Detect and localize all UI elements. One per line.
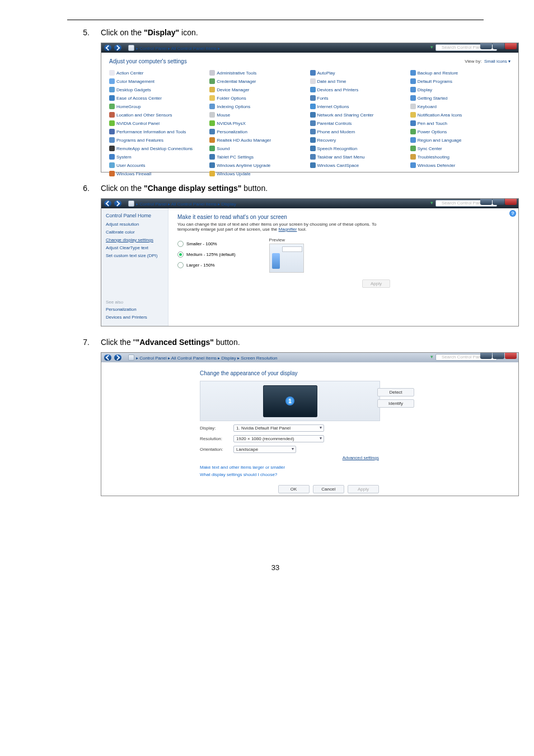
nav-back-button[interactable] (104, 45, 111, 51)
breadcrumb[interactable]: ▸ Control Panel ▸ All Control Panel Item… (128, 45, 220, 51)
control-panel-item[interactable]: Date and Time (310, 78, 410, 84)
ok-button[interactable]: OK (278, 485, 310, 493)
close-button[interactable] (505, 199, 517, 205)
control-panel-item[interactable]: Administrative Tools (209, 70, 310, 76)
nav-forward-button[interactable] (114, 354, 121, 361)
sidebar-link[interactable]: Set custom text size (DPI) (106, 253, 163, 258)
control-panel-item[interactable]: Pen and Touch (410, 120, 510, 126)
cp-item-icon (410, 70, 416, 76)
control-panel-item[interactable]: Tablet PC Settings (209, 154, 310, 160)
control-panel-item[interactable]: Getting Started (410, 95, 510, 101)
control-panel-item[interactable]: Windows CardSpace (310, 162, 410, 168)
apply-button[interactable]: Apply (362, 279, 390, 288)
cp-item-icon (109, 162, 115, 168)
control-panel-item[interactable]: Recovery (310, 137, 410, 143)
maximize-button[interactable] (493, 43, 504, 49)
control-panel-item[interactable]: Realtek HD Audio Manager (209, 137, 310, 143)
resolution-select[interactable]: 1920 × 1080 (recommended) (233, 435, 324, 442)
control-panel-item[interactable]: NVIDIA Control Panel (109, 120, 209, 126)
control-panel-item[interactable]: Indexing Options (209, 104, 310, 109)
link-which-settings[interactable]: What display settings should I choose? (200, 472, 509, 477)
control-panel-item[interactable]: Windows Defender (410, 162, 510, 168)
nav-forward-button[interactable] (114, 200, 121, 207)
control-panel-item[interactable]: NVIDIA PhysX (209, 120, 310, 126)
monitor-thumbnail[interactable]: 1 (263, 385, 317, 417)
control-panel-item[interactable]: Credential Manager (209, 78, 310, 84)
seealso-link[interactable]: Personalization (106, 307, 163, 312)
view-by[interactable]: View by: Small icons ▾ (465, 59, 510, 64)
control-panel-item[interactable]: Default Programs (410, 78, 510, 84)
display-select[interactable]: 1. Nvidia Default Flat Panel (233, 424, 324, 432)
seealso-link[interactable]: Devices and Printers (106, 315, 163, 320)
control-panel-item[interactable]: Device Manager (209, 87, 310, 92)
control-panel-item[interactable]: Color Management (109, 78, 209, 84)
control-panel-item[interactable]: Keyboard (410, 104, 510, 109)
magnifier-link[interactable]: Magnifier (279, 227, 297, 232)
apply-button[interactable]: Apply (348, 485, 379, 493)
sidebar-link[interactable]: Adjust ClearType text (106, 245, 163, 250)
minimize-button[interactable] (480, 353, 492, 359)
minimize-button[interactable] (480, 43, 492, 49)
control-panel-item[interactable]: Folder Options (209, 95, 310, 101)
control-panel-item[interactable]: Location and Other Sensors (109, 112, 209, 118)
control-panel-item[interactable]: Network and Sharing Center (310, 112, 410, 118)
sidebar-link[interactable]: Change display settings (106, 237, 163, 242)
control-panel-item[interactable]: Backup and Restore (410, 70, 510, 76)
control-panel-item[interactable]: System (109, 154, 209, 160)
advanced-settings-link[interactable]: Advanced settings (343, 455, 379, 460)
cp-item-icon (310, 78, 316, 84)
control-panel-item[interactable]: Sound (209, 146, 310, 151)
control-panel-item[interactable]: Ease of Access Center (109, 95, 209, 101)
control-panel-item[interactable]: HomeGroup (109, 104, 209, 109)
step-text: Click the ""Advanced Settings" button. (101, 338, 484, 347)
control-panel-item[interactable]: Action Center (109, 70, 209, 76)
control-panel-item[interactable]: Internet Options (310, 104, 410, 109)
size-radio[interactable]: Medium - 125% (default) (177, 251, 236, 258)
control-panel-item[interactable]: Windows Anytime Upgrade (209, 162, 310, 168)
control-panel-item[interactable]: Power Options (410, 129, 510, 134)
link-text-size[interactable]: Make text and other items larger or smal… (200, 465, 509, 470)
minimize-button[interactable] (480, 199, 492, 205)
control-panel-item[interactable]: Taskbar and Start Menu (310, 154, 410, 160)
control-panel-item[interactable]: Troubleshooting (410, 154, 510, 160)
maximize-button[interactable] (493, 199, 504, 205)
control-panel-item[interactable]: Windows Update (209, 171, 310, 176)
control-panel-item[interactable]: Notification Area Icons (410, 112, 510, 118)
control-panel-item[interactable]: Phone and Modem (310, 129, 410, 134)
control-panel-item[interactable]: Windows Firewall (109, 171, 209, 176)
nav-back-button[interactable] (104, 200, 111, 207)
close-button[interactable] (505, 43, 517, 49)
breadcrumb[interactable]: ▸ Control Panel ▸ All Control Panel Item… (128, 354, 278, 361)
control-panel-item[interactable]: Performance Information and Tools (109, 129, 209, 134)
detect-button[interactable]: Detect (377, 388, 414, 396)
control-panel-item[interactable]: Parental Controls (310, 120, 410, 126)
close-button[interactable] (505, 353, 517, 359)
control-panel-item[interactable]: Programs and Features (109, 137, 209, 143)
control-panel-item[interactable]: Speech Recognition (310, 146, 410, 151)
control-panel-item[interactable]: Mouse (209, 112, 310, 118)
control-panel-item[interactable]: Display (410, 87, 510, 92)
content-title: Change the appearance of your display (200, 370, 509, 376)
maximize-button[interactable] (493, 353, 504, 359)
control-panel-item[interactable]: Fonts (310, 95, 410, 101)
control-panel-item[interactable]: Personalization (209, 129, 310, 134)
nav-back-button[interactable] (104, 354, 111, 361)
control-panel-item[interactable]: Devices and Printers (310, 87, 410, 92)
cancel-button[interactable]: Cancel (313, 485, 344, 493)
nav-forward-button[interactable] (114, 45, 121, 51)
orientation-select[interactable]: Landscape (233, 446, 296, 453)
help-icon[interactable]: ? (509, 210, 516, 217)
size-radio[interactable]: Smaller - 100% (177, 241, 236, 247)
control-panel-items: Action CenterColor ManagementDesktop Gad… (109, 70, 510, 179)
control-panel-item[interactable]: Region and Language (410, 137, 510, 143)
sidebar-link[interactable]: Calibrate color (106, 230, 163, 235)
sidebar-link[interactable]: Adjust resolution (106, 222, 163, 227)
control-panel-item[interactable]: AutoPlay (310, 70, 410, 76)
size-radio[interactable]: Larger - 150% (177, 262, 236, 268)
control-panel-item[interactable]: RemoteApp and Desktop Connections (109, 146, 209, 151)
breadcrumb[interactable]: ▸ Control Panel ▸ All Control Panel Item… (128, 200, 236, 207)
control-panel-item[interactable]: Desktop Gadgets (109, 87, 209, 92)
identify-button[interactable]: Identify (377, 399, 414, 408)
control-panel-item[interactable]: User Accounts (109, 162, 209, 168)
control-panel-item[interactable]: Sync Center (410, 146, 510, 151)
